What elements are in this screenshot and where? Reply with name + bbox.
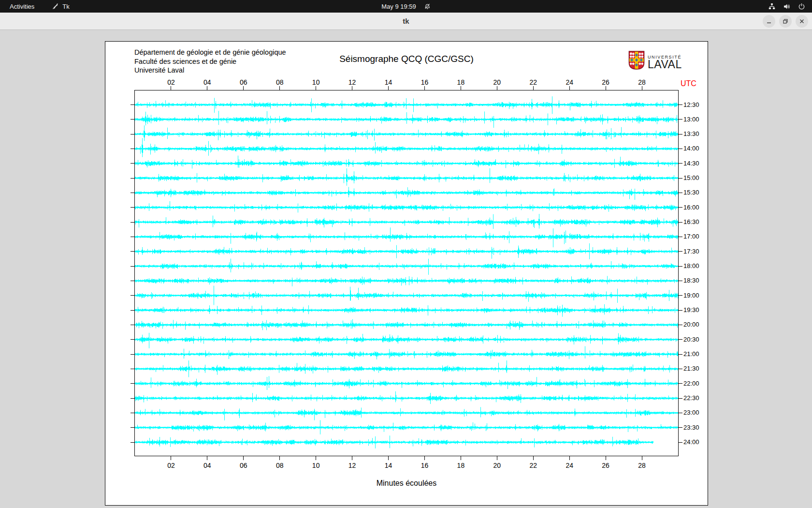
activities-button[interactable]: Activities — [8, 3, 36, 10]
utc-time-label: 23:00 — [683, 409, 699, 416]
top-axis-label: 28 — [635, 78, 649, 86]
topbar-right — [768, 3, 805, 10]
left-row-tick — [130, 281, 134, 281]
right-row-tick — [679, 339, 682, 340]
right-row-tick — [679, 442, 682, 443]
utc-time-label: 20:30 — [683, 336, 699, 343]
left-row-tick — [130, 266, 134, 267]
top-axis-tick — [388, 86, 389, 90]
right-row-tick — [679, 193, 682, 193]
utc-time-label: 15:00 — [683, 174, 699, 181]
top-axis-label: 02 — [164, 78, 178, 86]
left-row-tick — [130, 427, 134, 428]
right-row-tick — [679, 207, 682, 208]
top-axis-tick — [569, 86, 570, 90]
volume-icon[interactable] — [783, 3, 791, 10]
window-titlebar[interactable]: tk — [0, 13, 812, 30]
bottom-axis-label: 28 — [635, 462, 649, 469]
topbar-center: May 9 19:59 — [381, 3, 431, 10]
utc-time-label: 17:30 — [683, 248, 699, 255]
top-axis-tick — [316, 86, 316, 90]
notifications-muted-icon — [424, 3, 431, 10]
bottom-axis-label: 26 — [598, 462, 613, 469]
top-axis-label: 12 — [345, 78, 360, 86]
top-axis-label: 22 — [526, 78, 540, 86]
left-row-tick — [130, 295, 134, 296]
utc-time-label: 23:30 — [683, 424, 699, 431]
logo-laval-text: LAVAL — [648, 60, 682, 69]
bottom-axis-tick — [461, 456, 461, 460]
right-row-tick — [679, 325, 682, 325]
focused-app-menu[interactable]: Tk — [52, 3, 69, 10]
bottom-axis-tick — [497, 456, 497, 460]
laval-shield-icon — [628, 51, 645, 70]
gnome-top-bar: Activities Tk May 9 19:59 — [0, 0, 812, 13]
left-row-tick — [130, 413, 134, 413]
top-axis-tick — [424, 86, 425, 90]
right-row-tick — [679, 222, 682, 223]
top-axis-tick — [243, 86, 244, 90]
left-row-tick — [130, 119, 134, 120]
utc-time-label: 13:30 — [683, 130, 699, 137]
right-row-tick — [679, 295, 682, 296]
left-row-tick — [130, 325, 134, 325]
left-row-tick — [130, 163, 134, 164]
close-button[interactable] — [796, 15, 808, 28]
bottom-axis-tick — [352, 456, 352, 460]
focused-app-name: Tk — [62, 3, 69, 10]
top-axis-tick — [461, 86, 461, 90]
bottom-axis-label: 12 — [345, 462, 360, 469]
power-icon[interactable] — [798, 3, 805, 10]
bottom-axis-tick — [207, 456, 207, 460]
right-row-tick — [679, 310, 682, 311]
utc-time-label: 19:00 — [683, 292, 699, 299]
bottom-axis-label: 18 — [453, 462, 468, 469]
seismogram-traces — [135, 90, 678, 456]
utc-time-label: 12:30 — [683, 101, 699, 108]
utc-time-label: 19:30 — [683, 306, 699, 314]
utc-time-label: 22:30 — [683, 394, 699, 402]
right-row-tick — [679, 398, 682, 399]
top-axis-tick — [207, 86, 207, 90]
top-axis-label: 08 — [273, 78, 287, 86]
utc-heading: UTC — [681, 79, 696, 88]
top-axis-tick — [497, 86, 497, 90]
top-axis-label: 20 — [490, 78, 504, 86]
tk-feather-icon — [52, 3, 59, 10]
right-row-tick — [679, 266, 682, 267]
top-axis-label: 06 — [236, 78, 251, 86]
utc-time-label: 16:30 — [683, 218, 699, 225]
top-axis-tick — [171, 86, 171, 90]
right-row-tick — [679, 178, 682, 179]
maximize-button[interactable] — [779, 15, 792, 28]
bottom-axis-tick — [642, 456, 642, 460]
utc-time-label: 24:00 — [683, 438, 699, 446]
top-axis-tick — [642, 86, 642, 90]
utc-time-label: 15:30 — [683, 189, 699, 196]
network-wired-icon[interactable] — [768, 3, 776, 10]
top-axis-label: 10 — [309, 78, 323, 86]
left-row-tick — [130, 251, 134, 252]
utc-time-label: 14:00 — [683, 145, 699, 152]
bottom-axis-label: 08 — [273, 462, 287, 469]
top-axis-label: 16 — [417, 78, 432, 86]
bottom-axis-label: 04 — [200, 462, 215, 469]
left-row-tick — [130, 237, 134, 237]
top-axis-label: 24 — [562, 78, 577, 86]
window-controls — [763, 15, 808, 28]
clock[interactable]: May 9 19:59 — [381, 3, 416, 10]
left-row-tick — [130, 339, 134, 340]
bottom-axis-label: 20 — [490, 462, 504, 469]
bottom-axis-tick — [533, 456, 534, 460]
universite-laval-logo: UNIVERSITÉ LAVAL — [628, 51, 682, 70]
right-row-tick — [679, 413, 682, 413]
bottom-axis-label: 24 — [562, 462, 577, 469]
right-row-tick — [679, 281, 682, 281]
left-row-tick — [130, 442, 134, 443]
minimize-button[interactable] — [763, 15, 775, 28]
bottom-axis-tick — [606, 456, 606, 460]
bottom-axis-label: 06 — [236, 462, 251, 469]
left-row-tick — [130, 207, 134, 208]
bottom-axis-tick — [171, 456, 171, 460]
left-row-tick — [130, 149, 134, 149]
